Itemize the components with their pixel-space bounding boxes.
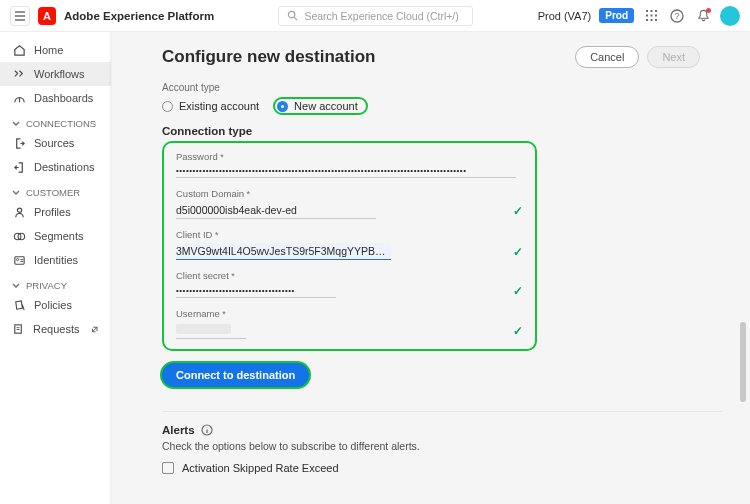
home-icon (12, 43, 26, 57)
sidebar-item-identities[interactable]: Identities (0, 248, 111, 272)
sidebar-item-destinations[interactable]: Destinations (0, 155, 111, 179)
sidebar-item-label: Segments (34, 230, 84, 242)
field-username: Username ✓ (176, 308, 523, 339)
svg-rect-17 (15, 324, 21, 332)
scrollbar-thumb[interactable] (740, 322, 746, 402)
profiles-icon (12, 205, 26, 219)
sidebar-item-segments[interactable]: Segments (0, 224, 111, 248)
radio-label: Existing account (179, 100, 259, 112)
app-title: Adobe Experience Platform (64, 10, 214, 22)
sidebar-item-policies[interactable]: Policies (0, 293, 111, 317)
radio-new-account[interactable]: New account (273, 97, 368, 115)
radio-label: New account (294, 100, 358, 112)
svg-rect-2 (650, 10, 652, 12)
sidebar-item-label: Identities (34, 254, 78, 266)
field-label: Client ID (176, 229, 523, 240)
svg-rect-7 (646, 19, 648, 21)
svg-rect-5 (650, 15, 652, 17)
svg-text:?: ? (674, 11, 679, 21)
account-type-label: Account type (162, 82, 700, 93)
chevron-down-icon (12, 189, 20, 197)
workflows-icon (12, 67, 26, 81)
page-title: Configure new destination (162, 47, 375, 67)
sidebar-item-home[interactable]: Home (0, 38, 111, 62)
alerts-subtitle: Check the options below to subscribe to … (162, 440, 700, 452)
apps-icon[interactable] (642, 7, 660, 25)
sidebar-item-profiles[interactable]: Profiles (0, 200, 111, 224)
sidebar-item-sources[interactable]: Sources (0, 131, 111, 155)
username-input[interactable] (176, 322, 246, 339)
client-id-input[interactable]: 3MVG9wt4IL4O5wvJesTS9r5F3MqgYYPBmNog0prL… (176, 243, 391, 260)
radio-selected-icon (277, 101, 288, 112)
svg-rect-8 (650, 19, 652, 21)
redacted-value (176, 324, 231, 334)
sidebar-item-label: Home (34, 44, 63, 56)
next-button[interactable]: Next (647, 46, 700, 68)
alert-checkbox-activation-skipped[interactable]: Activation Skipped Rate Exceed (162, 462, 700, 474)
field-label: Custom Domain (176, 188, 523, 199)
check-icon: ✓ (513, 204, 523, 218)
sidebar-section-connections[interactable]: Connections (0, 110, 111, 131)
sidebar-item-label: Destinations (34, 161, 95, 173)
check-icon: ✓ (513, 284, 523, 298)
app-header: A Adobe Experience Platform Search Exper… (0, 0, 750, 32)
password-input[interactable]: ••••••••••••••••••••••••••••••••••••••••… (176, 165, 516, 178)
cancel-button[interactable]: Cancel (575, 46, 639, 68)
field-client-secret: Client secret ••••••••••••••••••••••••••… (176, 270, 523, 298)
help-icon[interactable]: ? (668, 7, 686, 25)
field-password: Password •••••••••••••••••••••••••••••••… (176, 151, 523, 178)
svg-rect-15 (14, 256, 23, 263)
environment-label: Prod (VA7) (538, 10, 592, 22)
adobe-logo-icon: A (38, 7, 56, 25)
field-label: Password (176, 151, 523, 162)
sidebar-section-privacy[interactable]: Privacy (0, 272, 111, 293)
info-icon[interactable] (201, 424, 213, 436)
sidebar-item-requests[interactable]: Requests (0, 317, 111, 341)
alerts-heading: Alerts (162, 424, 700, 436)
connect-to-destination-button[interactable]: Connect to destination (162, 363, 309, 387)
destinations-icon (12, 160, 26, 174)
environment-badge[interactable]: Prod (599, 8, 634, 23)
svg-rect-9 (655, 19, 657, 21)
svg-rect-6 (655, 15, 657, 17)
sidebar-item-dashboards[interactable]: Dashboards (0, 86, 111, 110)
bell-icon[interactable] (694, 7, 712, 25)
check-icon: ✓ (513, 245, 523, 259)
policies-icon (12, 298, 26, 312)
checkbox-unchecked-icon (162, 462, 174, 474)
radio-existing-account[interactable]: Existing account (162, 100, 259, 112)
chevron-down-icon (12, 120, 20, 128)
menu-icon[interactable] (10, 6, 30, 26)
sidebar-item-label: Dashboards (34, 92, 93, 104)
custom-domain-input[interactable]: d5i000000isb4eak-dev-ed (176, 202, 376, 219)
search-input[interactable]: Search Experience Cloud (Ctrl+/) (278, 6, 473, 26)
search-placeholder: Search Experience Cloud (Ctrl+/) (304, 10, 458, 22)
account-type-radios: Existing account New account (162, 97, 700, 115)
sidebar-item-label: Sources (34, 137, 74, 149)
sidebar: Home Workflows Dashboards Connections So… (0, 32, 112, 504)
client-secret-input[interactable]: •••••••••••••••••••••••••••••••••••• (176, 285, 336, 298)
sidebar-item-workflows[interactable]: Workflows (0, 62, 111, 86)
field-label: Client secret (176, 270, 523, 281)
main-content: Configure new destination Cancel Next Ac… (112, 32, 750, 504)
field-custom-domain: Custom Domain d5i000000isb4eak-dev-ed ✓ (176, 188, 523, 219)
external-link-icon (91, 325, 99, 334)
requests-icon (12, 322, 25, 336)
connection-form: Password •••••••••••••••••••••••••••••••… (162, 141, 537, 351)
search-icon (287, 10, 298, 21)
checkbox-label: Activation Skipped Rate Exceed (182, 462, 339, 474)
svg-point-16 (16, 258, 18, 260)
sidebar-item-label: Workflows (34, 68, 85, 80)
avatar[interactable] (720, 6, 740, 26)
sidebar-section-customer[interactable]: Customer (0, 179, 111, 200)
radio-unselected-icon (162, 101, 173, 112)
sources-icon (12, 136, 26, 150)
svg-point-0 (289, 11, 295, 17)
segments-icon (12, 229, 26, 243)
field-label: Username (176, 308, 523, 319)
notification-dot-icon (706, 8, 711, 13)
dashboards-icon (12, 91, 26, 105)
sidebar-item-label: Profiles (34, 206, 71, 218)
sidebar-item-label: Policies (34, 299, 72, 311)
connection-type-heading: Connection type (162, 125, 700, 137)
